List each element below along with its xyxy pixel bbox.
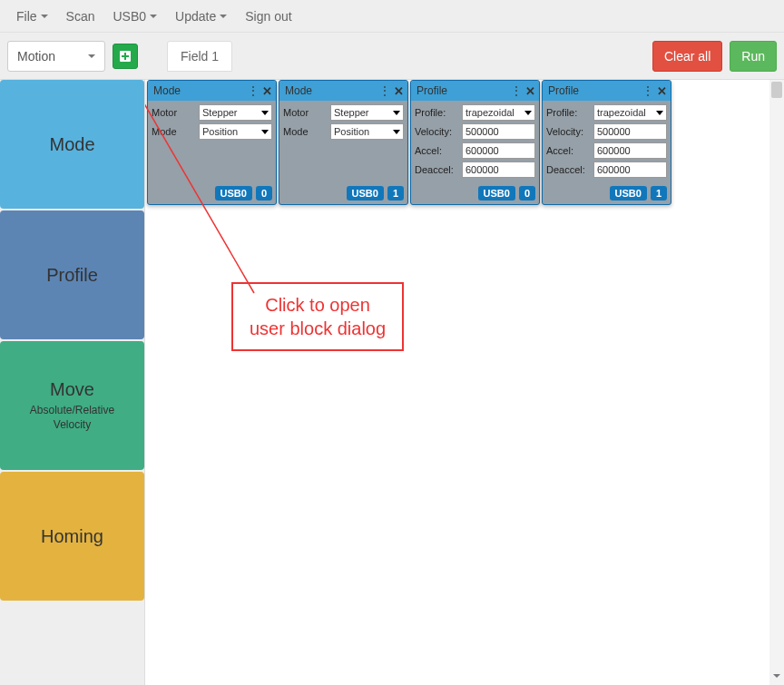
block-card[interactable]: Profile⋮✕Profile:trapezoidalVelocity:500… <box>542 80 671 205</box>
block-footer: USB00 <box>148 182 276 204</box>
text-field[interactable]: 500000 <box>593 123 667 140</box>
drag-handle-icon[interactable]: ⋮ <box>379 85 390 96</box>
add-user-block-button[interactable] <box>113 44 138 69</box>
block-body: MotorStepperModePosition <box>279 101 407 182</box>
svg-rect-2 <box>122 55 129 57</box>
nav-usb[interactable]: USB0 <box>103 4 166 29</box>
caret-down-icon <box>261 130 269 134</box>
nav-scan[interactable]: Scan <box>57 4 104 29</box>
sidebar-item-title: Profile <box>46 265 98 286</box>
toolbar: Motion Field 1 Clear all Run <box>0 33 784 80</box>
field-label: Mode <box>152 126 195 137</box>
caret-down-icon <box>656 111 663 115</box>
category-dropdown[interactable]: Motion <box>7 41 105 72</box>
port-badge[interactable]: USB0 <box>347 186 384 201</box>
sidebar-item-homing[interactable]: Homing <box>0 472 144 601</box>
id-badge[interactable]: 1 <box>651 186 667 201</box>
field-value: trapezoidal <box>466 107 514 118</box>
close-icon[interactable]: ✕ <box>657 85 667 97</box>
block-header[interactable]: Profile⋮✕ <box>411 81 539 101</box>
field-label: Accel: <box>415 145 458 156</box>
id-badge[interactable]: 0 <box>256 186 272 201</box>
field-label: Profile: <box>546 107 590 118</box>
select-field[interactable]: Position <box>330 123 404 140</box>
text-field[interactable]: 600000 <box>462 161 535 178</box>
field-value: Stepper <box>202 107 238 118</box>
text-field[interactable]: 600000 <box>593 161 667 178</box>
drag-handle-icon[interactable]: ⋮ <box>511 85 522 96</box>
block-body: MotorStepperModePosition <box>148 101 276 182</box>
field-label: Mode <box>283 126 327 137</box>
block-card[interactable]: Mode⋮✕MotorStepperModePositionUSB00 <box>147 80 277 205</box>
run-button[interactable]: Run <box>730 41 777 72</box>
field-label: Accel: <box>546 145 590 156</box>
block-footer: USB01 <box>543 182 671 204</box>
block-title: Profile <box>548 84 579 97</box>
field-value: trapezoidal <box>597 107 646 118</box>
block-header[interactable]: Mode⋮✕ <box>279 81 407 101</box>
text-field[interactable]: 500000 <box>462 123 535 140</box>
block-row: Deaccel:600000 <box>546 161 667 178</box>
workspace: ModeProfileMoveAbsolute/RelativeVelocity… <box>0 80 784 685</box>
clear-all-button[interactable]: Clear all <box>652 41 722 72</box>
scrollbar-thumb[interactable] <box>771 82 782 98</box>
id-badge[interactable]: 0 <box>519 186 535 201</box>
block-card[interactable]: Mode⋮✕MotorStepperModePositionUSB01 <box>279 80 408 205</box>
close-icon[interactable]: ✕ <box>525 85 535 97</box>
block-title: Mode <box>285 84 312 97</box>
category-dropdown-value: Motion <box>17 49 55 64</box>
block-header[interactable]: Mode⋮✕ <box>148 81 276 101</box>
nav-file[interactable]: File <box>7 4 57 29</box>
run-label: Run <box>741 49 765 64</box>
sidebar-item-profile[interactable]: Profile <box>0 210 144 339</box>
select-field[interactable]: Stepper <box>330 104 404 121</box>
vertical-scrollbar[interactable] <box>769 80 784 685</box>
block-row: Profile:trapezoidal <box>415 104 535 121</box>
close-icon[interactable]: ✕ <box>394 85 404 97</box>
drag-handle-icon[interactable]: ⋮ <box>642 85 653 96</box>
port-badge[interactable]: USB0 <box>215 186 252 201</box>
block-row: ModePosition <box>283 123 404 140</box>
block-body: Profile:trapezoidalVelocity:500000Accel:… <box>543 101 671 182</box>
field-value: Position <box>334 126 369 137</box>
select-field[interactable]: trapezoidal <box>593 104 667 121</box>
text-field[interactable]: 600000 <box>593 142 667 159</box>
field-label: Motor <box>152 107 195 118</box>
tab-field-1[interactable]: Field 1 <box>167 41 232 72</box>
port-badge[interactable]: USB0 <box>610 186 647 201</box>
sidebar-item-mode[interactable]: Mode <box>0 80 144 209</box>
nav-signout[interactable]: Sign out <box>236 4 300 29</box>
text-field[interactable]: 600000 <box>462 142 535 159</box>
scrollbar-down[interactable] <box>771 669 782 683</box>
caret-down-icon <box>393 130 400 134</box>
id-badge[interactable]: 1 <box>387 186 404 201</box>
port-badge[interactable]: USB0 <box>478 186 515 201</box>
annotation-callout: Click to open user block dialog <box>231 282 404 351</box>
field-label: Velocity: <box>546 126 590 137</box>
select-field[interactable]: trapezoidal <box>462 104 535 121</box>
field-label: Motor <box>283 107 327 118</box>
select-field[interactable]: Stepper <box>199 104 272 121</box>
field-value: Position <box>202 126 238 137</box>
sidebar-item-title: Homing <box>41 526 103 547</box>
select-field[interactable]: Position <box>199 123 272 140</box>
sidebar: ModeProfileMoveAbsolute/RelativeVelocity… <box>0 80 145 685</box>
nav-update[interactable]: Update <box>166 4 236 29</box>
tab-field-1-label: Field 1 <box>181 49 219 64</box>
block-title: Profile <box>416 84 447 97</box>
block-row: Deaccel:600000 <box>415 161 535 178</box>
sidebar-item-title: Mode <box>49 134 94 155</box>
field-label: Deaccel: <box>415 164 458 175</box>
block-row: Accel:600000 <box>415 142 535 159</box>
canvas[interactable]: Mode⋮✕MotorStepperModePositionUSB00Mode⋮… <box>145 80 784 685</box>
block-row: MotorStepper <box>152 104 272 121</box>
sidebar-item-move[interactable]: MoveAbsolute/RelativeVelocity <box>0 341 144 470</box>
block-card[interactable]: Profile⋮✕Profile:trapezoidalVelocity:500… <box>410 80 540 205</box>
block-footer: USB01 <box>279 182 407 204</box>
field-label: Profile: <box>415 107 458 118</box>
caret-down-icon <box>524 111 532 115</box>
close-icon[interactable]: ✕ <box>262 85 272 97</box>
block-header[interactable]: Profile⋮✕ <box>543 81 671 101</box>
drag-handle-icon[interactable]: ⋮ <box>248 85 259 96</box>
field-value: 600000 <box>597 164 631 175</box>
